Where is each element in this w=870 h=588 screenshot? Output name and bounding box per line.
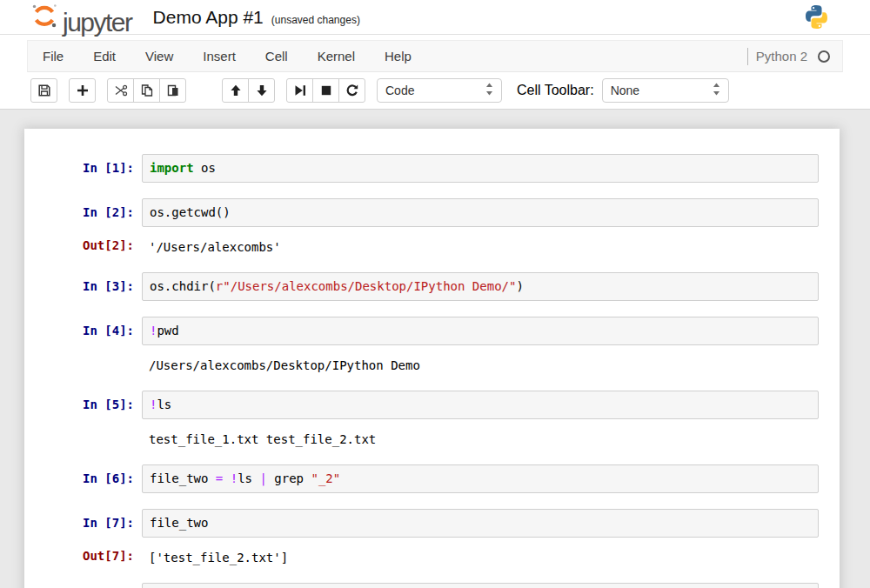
cell-toolbar-select[interactable]: None: [602, 78, 729, 103]
cell-type-value: Code: [385, 84, 414, 97]
code-line: !ls: [150, 398, 811, 412]
code-token: os.getcwd(): [150, 205, 231, 219]
input-prompt: In [6]:: [24, 464, 142, 486]
move-cell-up-button[interactable]: [222, 78, 249, 103]
clipboard-icon: [166, 84, 180, 97]
menu-edit[interactable]: Edit: [78, 49, 130, 63]
header: jupyter Demo App #1 (unsaved changes): [0, 0, 870, 35]
notebook-cell[interactable]: In [6]:file_two = !ls | grep "_2": [24, 464, 840, 493]
notebook-cell[interactable]: In [2]:os.getcwd()Out[2]:'/Users/alexcom…: [24, 198, 840, 257]
interrupt-kernel-button[interactable]: [312, 78, 339, 103]
cell-output: test_file_1.txt test_file_2.txt: [142, 431, 376, 449]
paste-cell-button[interactable]: [159, 78, 186, 103]
cell-type-select[interactable]: Code: [377, 78, 502, 103]
two-pages-icon: [140, 84, 154, 97]
code-editor[interactable]: file_two = !ls | grep "_2": [142, 464, 819, 493]
code-line: os.getcwd(): [150, 205, 811, 220]
code-line: os.chdir(r"/Users/alexcombs/Desktop/IPyt…: [150, 279, 811, 294]
code-editor[interactable]: os.chdir(r"/Users/alexcombs/Desktop/IPyt…: [142, 272, 819, 301]
code-editor[interactable]: [142, 583, 819, 588]
code-editor[interactable]: import os: [142, 154, 819, 183]
cell-toolbar-value: None: [611, 84, 639, 97]
notebook-title[interactable]: Demo App #1: [153, 7, 264, 28]
autosave-status: (unsaved changes): [271, 14, 360, 26]
copy-cell-button[interactable]: [133, 78, 160, 103]
arrow-up-icon: [229, 84, 243, 97]
jupyter-logo[interactable]: jupyter: [30, 1, 132, 34]
code-token: os.chdir(: [150, 279, 216, 293]
code-token: ls: [238, 471, 259, 485]
code-token: file_two: [150, 471, 216, 485]
cell-toolbar-label: Cell Toolbar:: [517, 83, 594, 98]
code-token: file_two: [150, 516, 208, 530]
kernel-separator: [747, 48, 748, 65]
notebook-cell[interactable]: In [1]:import os: [24, 154, 840, 183]
plus-icon: [76, 84, 90, 97]
cut-cell-button[interactable]: [107, 78, 134, 103]
insert-cell-below-button[interactable]: [69, 78, 96, 103]
code-token: pwd: [157, 324, 178, 337]
code-line: !pwd: [150, 324, 811, 338]
python-logo-icon: [803, 3, 830, 34]
notebook-cell[interactable]: In [7]:file_twoOut[7]:['test_file_2.txt'…: [24, 509, 840, 567]
floppy-disk-icon: [37, 84, 51, 97]
menubar: File Edit View Insert Cell Kernel Help P…: [27, 40, 843, 72]
arrow-down-icon: [255, 84, 269, 97]
notebook-cell[interactable]: In [3]:os.chdir(r"/Users/alexcombs/Deskt…: [24, 272, 840, 301]
step-forward-icon: [293, 84, 307, 97]
cell-output: /Users/alexcombs/Desktop/IPython Demo: [142, 357, 420, 375]
menu-file[interactable]: File: [28, 49, 78, 63]
code-line: file_two: [150, 516, 811, 531]
restart-kernel-button[interactable]: [338, 78, 365, 103]
input-prompt: In [5]:: [24, 391, 142, 412]
move-cell-down-button[interactable]: [248, 78, 275, 103]
code-line: import os: [150, 161, 811, 176]
stop-square-icon: [319, 84, 333, 97]
notebook-cell[interactable]: In [5]:!lstest_file_1.txt test_file_2.tx…: [24, 391, 840, 449]
jupyter-logo-icon: [30, 1, 59, 34]
code-token: "_2": [311, 471, 340, 485]
menu-insert[interactable]: Insert: [188, 49, 251, 63]
code-editor[interactable]: os.getcwd(): [142, 198, 819, 227]
code-token: r"/Users/alexcombs/Desktop/IPython Demo/…: [216, 279, 517, 293]
code-token: [223, 471, 230, 485]
code-editor[interactable]: file_two: [142, 509, 819, 538]
code-line: file_two = !ls | grep "_2": [150, 471, 811, 486]
input-prompt: In [7]:: [24, 509, 142, 531]
jupyter-wordmark: jupyter: [63, 10, 132, 34]
code-token: ): [516, 279, 523, 293]
code-token: |: [259, 471, 266, 485]
menu-view[interactable]: View: [130, 49, 188, 63]
input-prompt: In [1]:: [24, 154, 142, 176]
save-notebook-button[interactable]: [30, 78, 57, 103]
code-token: os: [194, 161, 216, 175]
kernel-name: Python 2: [756, 49, 807, 63]
cell-output: '/Users/alexcombs': [142, 238, 281, 257]
input-prompt: [24, 583, 142, 588]
scissors-icon: [114, 84, 128, 97]
menu-kernel[interactable]: Kernel: [303, 49, 370, 63]
output-prompt: Out[2]:: [24, 238, 142, 253]
up-down-caret-icon: [485, 83, 493, 99]
toolbar: Code Cell Toolbar: None: [0, 72, 870, 110]
input-prompt: In [3]:: [24, 272, 142, 294]
notebook-cell[interactable]: [24, 583, 840, 588]
input-prompt: In [4]:: [24, 317, 142, 338]
menu-cell[interactable]: Cell: [251, 49, 303, 63]
input-prompt: In [2]:: [24, 198, 142, 220]
code-token: grep: [267, 471, 311, 485]
code-token: import: [150, 161, 194, 175]
run-cell-button[interactable]: [286, 78, 313, 103]
kernel-idle-indicator-icon: [818, 50, 830, 63]
up-down-caret-icon: [713, 83, 720, 99]
menu-help[interactable]: Help: [370, 49, 426, 63]
code-editor[interactable]: !pwd: [142, 317, 819, 345]
notebook-container: In [1]:import osIn [2]:os.getcwd()Out[2]…: [0, 110, 870, 588]
code-token: ls: [157, 398, 171, 411]
code-editor[interactable]: !ls: [142, 391, 819, 419]
notebook-cell[interactable]: In [4]:!pwd/Users/alexcombs/Desktop/IPyt…: [24, 317, 840, 375]
output-prompt: Out[7]:: [24, 549, 142, 564]
notebook: In [1]:import osIn [2]:os.getcwd()Out[2]…: [24, 129, 840, 588]
cell-output: ['test_file_2.txt']: [142, 549, 288, 567]
circular-arrow-icon: [345, 84, 359, 97]
